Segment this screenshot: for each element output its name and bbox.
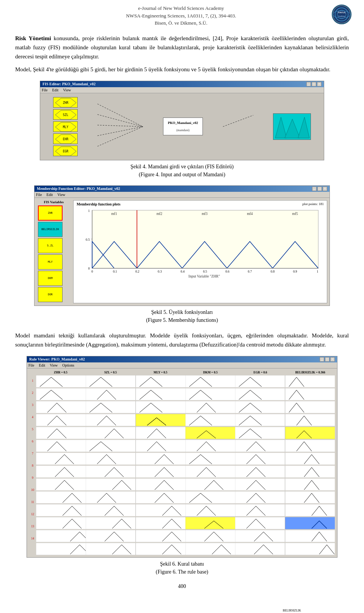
- rv-window-buttons[interactable]: _ □ ×: [320, 357, 335, 362]
- journal-line3: Bisen, Ö. ve Dikmen, S.Ü.: [34, 19, 328, 27]
- svg-rect-86: [136, 478, 185, 491]
- fis-vars-title: FIS Variables: [37, 200, 71, 204]
- svg-rect-123: [285, 414, 335, 426]
- rv-menu-file[interactable]: File: [28, 363, 35, 367]
- menu-file[interactable]: File: [42, 88, 48, 92]
- rv-row-numbers: 1 2 3 4 5 6 7 8 9 10 11 12 13 14: [29, 375, 36, 555]
- svg-rect-63: [36, 543, 86, 555]
- system-name: PKO_Mamdani_v02: [168, 121, 198, 125]
- rv-cell-zhr-4: [36, 414, 86, 426]
- menu-edit[interactable]: Edit: [52, 88, 59, 92]
- mf-minimize-button[interactable]: _: [312, 187, 317, 191]
- rv-cell-mly-7: [136, 453, 185, 465]
- svg-line-17: [97, 114, 143, 127]
- mf-menu-view[interactable]: View: [57, 193, 65, 197]
- rv-cell-egr-2: [235, 388, 285, 400]
- svg-text:ZHR: ZHR: [63, 101, 69, 105]
- rv-cell-egr-12: [235, 517, 285, 529]
- rv-cell-b-5: [285, 427, 335, 439]
- svg-rect-95: [185, 414, 235, 426]
- svg-rect-133: [285, 543, 335, 555]
- rv-close-button[interactable]: ×: [330, 357, 335, 362]
- svg-rect-64: [86, 375, 135, 387]
- fis-menubar: File Edit View: [40, 87, 324, 93]
- rv-cell-mly-11: [136, 504, 185, 516]
- rv-cell-zhr-7: [36, 453, 86, 465]
- row-6: 6: [29, 436, 36, 447]
- rv-cell-dkm-3: [185, 401, 235, 413]
- col-header-dkm: DKM = 0.5: [186, 371, 235, 374]
- col-header-zhr: ZHR = 0.5: [36, 371, 85, 374]
- svg-rect-98: [185, 453, 235, 465]
- svg-rect-58: [36, 478, 86, 491]
- rv-cell-egr-13: [235, 530, 285, 542]
- rv-cell-dkm-14: [185, 543, 235, 555]
- rv-minimize-button[interactable]: _: [320, 357, 324, 362]
- rv-cell-szl-8: [86, 466, 135, 478]
- mf-var-zhr[interactable]: ZHR: [38, 205, 63, 221]
- rv-cell-szl-11: [86, 504, 135, 516]
- fig5-caption: Şekil 5. Üyelik fonksiyonları (Figure 5.…: [15, 308, 349, 324]
- svg-text:SZL: SZL: [63, 113, 69, 117]
- mf-var-dor[interactable]: DOR: [38, 287, 63, 302]
- svg-rect-61: [36, 517, 86, 529]
- figure-6-container: Rule Viewer: PKO_Mamdani_v02 _ □ × File …: [15, 356, 349, 576]
- svg-text:0.7: 0.7: [248, 270, 252, 273]
- svg-rect-88: [136, 504, 185, 516]
- mf-title: Membership Function Editor: PKO_Mamdani_…: [37, 187, 120, 191]
- svg-rect-129: [285, 491, 335, 503]
- minimize-button[interactable]: _: [306, 82, 311, 86]
- mf-var-mly[interactable]: MLY: [38, 254, 63, 270]
- rv-menu-view[interactable]: View: [50, 363, 58, 367]
- rv-cell-szl-9: [86, 478, 135, 491]
- mf-var-dkm[interactable]: DKM: [38, 271, 63, 286]
- col-header-belirsizlik: BELIRSIZLIK = 0.366: [286, 371, 335, 374]
- svg-rect-56: [36, 453, 86, 465]
- rv-cell-egr-8: [235, 466, 285, 478]
- rv-cell-mly-9: [136, 478, 185, 491]
- svg-rect-25: [92, 210, 318, 268]
- rv-cell-zhr-1: [36, 375, 86, 387]
- rv-cell-zhr-12: [36, 517, 86, 529]
- bold-risk: Risk Yönetimi: [15, 35, 51, 41]
- svg-rect-128: [285, 478, 335, 491]
- connection-lines-right: [223, 96, 253, 157]
- rv-cell-egr-4: [235, 414, 285, 426]
- svg-rect-69: [86, 440, 135, 452]
- mf-var-szl[interactable]: S.ZL: [38, 238, 63, 253]
- rv-maximize-button[interactable]: □: [325, 357, 329, 362]
- menu-view[interactable]: View: [63, 88, 71, 92]
- rv-menu-edit[interactable]: Edit: [39, 363, 46, 367]
- maximize-button[interactable]: □: [312, 82, 316, 86]
- para3-text: Model mamdani tekniği kullanılarak oluşt…: [15, 332, 349, 348]
- svg-rect-96: [185, 427, 235, 439]
- plot-points-label: plot points: 181: [302, 202, 324, 206]
- fig4-caption: Şekil 4. Mamdani girdi ve çıktıları (FIS…: [15, 163, 349, 179]
- fig6-caption-line1: Şekil 6. Kural tabanı: [15, 560, 349, 568]
- col-header-mly: MLY = 0.5: [136, 371, 185, 374]
- svg-rect-110: [235, 427, 285, 439]
- rv-menu-options[interactable]: Options: [62, 363, 74, 367]
- svg-text:0.8: 0.8: [271, 270, 275, 273]
- svg-marker-24: [298, 117, 309, 138]
- row-12: 12: [29, 509, 36, 520]
- row-3: 3: [29, 400, 36, 411]
- svg-text:EGR: EGR: [63, 150, 69, 153]
- mf-menu-file[interactable]: File: [36, 193, 42, 197]
- svg-text:0.6: 0.6: [226, 270, 230, 273]
- fis-window-buttons[interactable]: _ □ ×: [306, 82, 322, 86]
- fig6-caption-line2: (Figure 6. The rule base): [15, 568, 349, 576]
- close-button[interactable]: ×: [317, 82, 322, 86]
- mf-window-buttons[interactable]: _ □ ×: [312, 187, 327, 191]
- svg-text:EHR: EHR: [63, 138, 69, 141]
- rv-col-headers: ZHR = 0.5 SZL = 0.5 MLY = 0.5 DKM = 0.5 …: [36, 371, 335, 374]
- rv-cell-zhr-11: [36, 504, 86, 516]
- svg-rect-125: [285, 440, 335, 452]
- svg-rect-120: [285, 375, 335, 387]
- rv-cell-mly-5: [136, 427, 185, 439]
- mf-var-belirsizlik[interactable]: BELIRSIZLIK: [38, 222, 63, 237]
- svg-text:1: 1: [317, 270, 318, 273]
- mf-maximize-button[interactable]: □: [317, 187, 322, 191]
- mf-close-button[interactable]: ×: [323, 187, 327, 191]
- mf-menu-edit[interactable]: Edit: [47, 193, 53, 197]
